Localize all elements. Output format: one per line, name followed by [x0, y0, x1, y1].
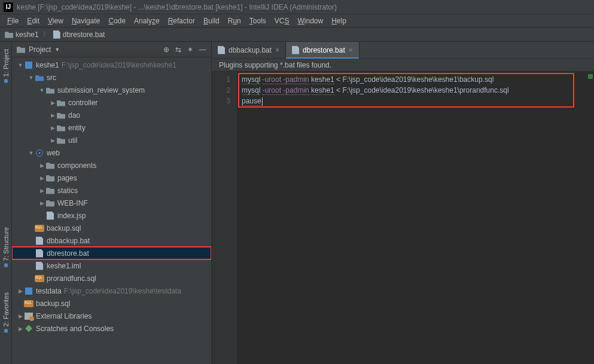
tree-item-statics[interactable]: statics: [12, 184, 211, 197]
tree-arrow-icon[interactable]: [38, 188, 45, 194]
tree-arrow-icon[interactable]: [17, 62, 24, 68]
tool-tab-project[interactable]: 1: Project: [1, 45, 11, 86]
tree-item-dbrestore-bat[interactable]: dbrestore.bat: [12, 247, 211, 259]
tree-label: components: [57, 161, 96, 170]
tree-arrow-icon[interactable]: [38, 163, 45, 169]
tree-item-util[interactable]: util: [12, 134, 211, 146]
code-line[interactable]: mysql -uroot -padmin keshe1 < F:\jsp_cod…: [242, 85, 594, 96]
menubar: File Edit View Navigate Code Analyze Ref…: [0, 14, 594, 27]
tree-arrow-icon[interactable]: [17, 313, 24, 319]
app-icon: IJ: [4, 2, 13, 12]
tree-arrow-icon[interactable]: [28, 75, 35, 81]
notification-text: Plugins supporting *.bat files found.: [219, 61, 331, 69]
pkg-icon: [56, 112, 66, 119]
file-icon: [35, 262, 44, 270]
project-icon: [17, 46, 25, 53]
project-tree[interactable]: keshe1 F:\jsp_code\idea2019\keshe\keshe1…: [12, 57, 211, 364]
tree-arrow-icon[interactable]: [38, 200, 45, 206]
code-line[interactable]: mysql -uroot -padmin keshe1 < F:\jsp_cod…: [242, 74, 594, 85]
sql-icon: [24, 300, 33, 307]
dropdown-icon[interactable]: ▼: [54, 47, 60, 53]
pkg-icon: [45, 87, 55, 94]
close-icon[interactable]: ×: [349, 46, 353, 54]
menu-view[interactable]: View: [44, 16, 67, 26]
tree-label: prorandfunc.sql: [47, 274, 96, 283]
code-editor[interactable]: 123 mysql -uroot -padmin keshe1 < F:\jsp…: [212, 72, 594, 364]
tree-label: backup.sql: [47, 224, 81, 233]
tree-item-entity[interactable]: entity: [12, 121, 211, 134]
tree-path: F:\jsp_code\idea2019\keshe\keshe1: [62, 61, 176, 69]
tree-item-dbbackup-bat[interactable]: dbbackup.bat: [12, 234, 211, 247]
tree-item-submission-review-system[interactable]: submission_review_system: [12, 84, 211, 96]
tree-item-scratches-and-consoles[interactable]: Scratches and Consoles: [12, 322, 211, 335]
menu-tools[interactable]: Tools: [246, 16, 270, 26]
menu-vcs[interactable]: VCS: [271, 16, 293, 26]
line-number: 1: [212, 74, 230, 85]
close-icon[interactable]: ×: [275, 46, 279, 54]
tree-item-src[interactable]: src: [12, 71, 211, 84]
tree-label: entity: [68, 124, 86, 132]
breadcrumb-label: dbrestore.bat: [63, 30, 105, 39]
tab-label: dbbackup.bat: [229, 46, 272, 54]
tree-item-pages[interactable]: pages: [12, 172, 211, 184]
tree-arrow-icon[interactable]: [28, 150, 35, 156]
tree-item-testdata[interactable]: testdata F:\jsp_code\idea2019\keshe\test…: [12, 285, 211, 297]
locate-icon[interactable]: ⊕: [163, 45, 169, 54]
tree-arrow-icon[interactable]: [38, 175, 45, 181]
editor-tabs: dbbackup.bat × dbrestore.bat ×: [212, 42, 594, 59]
gear-icon[interactable]: ✶: [187, 45, 193, 54]
breadcrumb-item[interactable]: dbrestore.bat: [53, 30, 105, 39]
tree-item-dao[interactable]: dao: [12, 109, 211, 121]
tab-dbbackup[interactable]: dbbackup.bat ×: [212, 42, 286, 58]
jsp-icon: [45, 212, 55, 220]
hide-icon[interactable]: —: [199, 45, 206, 54]
breadcrumb-item[interactable]: keshe1: [5, 30, 39, 39]
tree-item-controller[interactable]: controller: [12, 96, 211, 109]
tree-item-components[interactable]: components: [12, 159, 211, 172]
tree-item-index-jsp[interactable]: index.jsp: [12, 209, 211, 222]
file-icon: [35, 249, 44, 258]
code-line[interactable]: pause: [242, 96, 594, 106]
tree-arrow-icon[interactable]: [17, 326, 24, 332]
menu-navigate[interactable]: Navigate: [68, 16, 103, 26]
scratch-icon: [24, 325, 33, 332]
menu-code[interactable]: Code: [105, 16, 129, 26]
tree-arrow-icon[interactable]: [17, 288, 24, 294]
folder-icon: [5, 31, 13, 38]
tree-item-web[interactable]: web: [12, 146, 211, 159]
tool-tab-structure[interactable]: 7: Structure: [1, 224, 11, 271]
menu-edit[interactable]: Edit: [23, 16, 43, 26]
sql-icon: [35, 225, 44, 232]
tree-item-backup-sql[interactable]: backup.sql: [12, 297, 211, 310]
error-stripe-marker[interactable]: [588, 74, 593, 79]
tool-tab-favorites[interactable]: 2: Favorites: [1, 289, 11, 336]
tree-item-prorandfunc-sql[interactable]: prorandfunc.sql: [12, 272, 211, 285]
menu-window[interactable]: Window: [294, 16, 327, 26]
code-content[interactable]: mysql -uroot -padmin keshe1 < F:\jsp_cod…: [242, 74, 594, 106]
tab-dbrestore[interactable]: dbrestore.bat ×: [286, 42, 360, 58]
menu-help[interactable]: Help: [328, 16, 350, 26]
tree-arrow-icon[interactable]: [49, 100, 56, 106]
menu-run[interactable]: Run: [224, 16, 245, 26]
menu-refactor[interactable]: Refactor: [165, 16, 199, 26]
tree-item-web-inf[interactable]: WEB-INF: [12, 197, 211, 209]
tree-label: submission_review_system: [57, 86, 145, 94]
editor-notification[interactable]: Plugins supporting *.bat files found.: [212, 59, 594, 72]
tree-item-external-libraries[interactable]: External Libraries: [12, 310, 211, 322]
menu-file[interactable]: File: [4, 16, 22, 26]
tree-item-backup-sql[interactable]: backup.sql: [12, 222, 211, 234]
menu-build[interactable]: Build: [200, 16, 223, 26]
tree-item-keshe1[interactable]: keshe1 F:\jsp_code\idea2019\keshe\keshe1: [12, 59, 211, 71]
tree-arrow-icon[interactable]: [49, 125, 56, 131]
file-icon: [35, 237, 44, 245]
tree-arrow-icon[interactable]: [49, 137, 56, 143]
tree-arrow-icon[interactable]: [49, 112, 56, 118]
expand-icon[interactable]: ⇆: [175, 45, 181, 54]
file-icon: [53, 30, 60, 39]
tree-item-keshe1-iml[interactable]: keshe1.iml: [12, 259, 211, 272]
tree-label: testdata: [36, 287, 62, 295]
menu-analyze[interactable]: Analyze: [130, 16, 163, 26]
folder-icon: [45, 175, 55, 182]
tree-arrow-icon[interactable]: [38, 87, 45, 93]
pkg-icon: [56, 124, 66, 131]
